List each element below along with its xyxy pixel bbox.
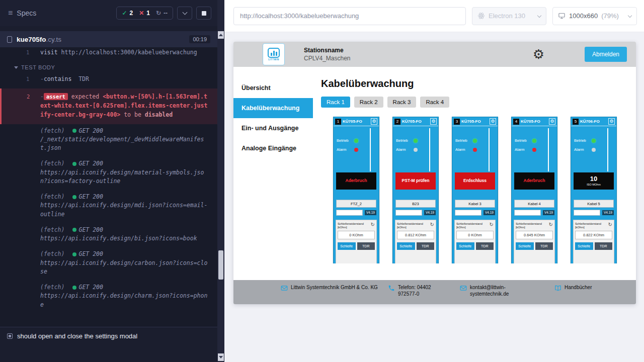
logo-mark: [268, 48, 280, 58]
card-number-badge: 4: [513, 119, 519, 125]
fetch-log-entry[interactable]: (fetch)GET 200 https://api.iconify.desig…: [0, 247, 217, 277]
sidebar-item-uebersicht[interactable]: Übersicht: [233, 78, 313, 98]
stat-pending: ↻--: [156, 10, 168, 17]
gear-icon[interactable]: ⚙: [490, 118, 496, 125]
run-stats: ✓2 ✕1 ↻--: [116, 7, 211, 20]
status-display: Aderbruch: [514, 172, 554, 190]
settings-gear-icon[interactable]: ⚙: [533, 48, 544, 61]
spec-timer: 00:19: [189, 35, 210, 43]
card-number-badge: 3: [454, 119, 460, 125]
resistance-label: Schleifenwiderstand [kOhm]: [575, 222, 604, 229]
url-input[interactable]: http://localhost:3000/kabelueberwachung: [233, 7, 466, 25]
alarm-led: [354, 148, 358, 152]
test-icon: [7, 333, 13, 339]
tab-rack-1[interactable]: Rack 1: [321, 97, 350, 108]
footer-phone[interactable]: Telefon: 04402 972577-0: [388, 284, 451, 297]
tab-rack-3[interactable]: Rack 3: [387, 97, 417, 108]
runner-scrollbar[interactable]: [217, 0, 224, 362]
tdr-button[interactable]: TDR: [417, 242, 435, 250]
sidebar-item-analoge-eingaenge[interactable]: Analoge Eingänge: [233, 138, 313, 158]
app-preview: LITTWIN Stationsname CPLV4_Maschen ⚙ Abm…: [233, 42, 636, 304]
spec-header[interactable]: kue705fo.cy.ts 00:19: [0, 31, 217, 47]
schleife-button[interactable]: Schleife: [575, 242, 593, 250]
command-log: 1 visit http://localhost:3000/kabelueber…: [0, 47, 217, 327]
version-badge: V4.19: [484, 210, 495, 216]
logout-button[interactable]: Abmelden: [585, 47, 627, 62]
app-footer: Littwin Systemtechnik GmbH & Co. KG Tele…: [233, 280, 636, 304]
device-card: 4 KÜ705-FO ⚙ Betrieb Alarm Aderbruch Kab…: [511, 117, 557, 263]
rack-tabs: Rack 1 Rack 2 Rack 3 Rack 4: [321, 97, 636, 108]
card-header: 2 KÜ705-FO ⚙: [393, 117, 438, 126]
sidebar-item-kabelueberwachung[interactable]: Kabelüberwachung: [233, 98, 313, 118]
schleife-button[interactable]: Schleife: [456, 242, 474, 250]
command-assert-failed[interactable]: 2 -assert expected <button.w-[50%].h-[1.…: [0, 88, 217, 124]
viewport-selector[interactable]: 1000x660 (79%): [552, 7, 637, 25]
gear-icon[interactable]: ⚙: [549, 118, 555, 125]
scroll-up-arrow[interactable]: [218, 31, 224, 39]
betrieb-led: [592, 139, 596, 143]
stat-failed: ✕1: [139, 10, 150, 17]
tab-rack-2[interactable]: Rack 2: [354, 97, 383, 108]
footer-email[interactable]: kontakt@littwin-systemtechnik.de: [460, 284, 525, 297]
resistance-value: 0.645 KOhm: [516, 231, 553, 239]
assert-badge: assert: [44, 93, 68, 100]
refresh-icon[interactable]: ↻: [490, 222, 494, 227]
tdr-button[interactable]: TDR: [357, 242, 375, 250]
command-contains[interactable]: 1 -contains TDR: [0, 73, 217, 85]
resistance-value: 0 KOhm: [456, 231, 494, 239]
collapse-button[interactable]: [177, 7, 192, 20]
sidebar-item-ein-und-ausgaenge[interactable]: Ein- und Ausgänge: [233, 118, 313, 138]
app-sidebar: Übersicht Kabelüberwachung Ein- und Ausg…: [233, 67, 313, 280]
card-model-label: KÜ706-FO: [580, 119, 607, 124]
fetch-log-entry[interactable]: (fetch)GET 200 /_next/static/development…: [0, 124, 217, 154]
section-test-body[interactable]: TEST BODY: [0, 58, 217, 73]
betrieb-label: Betrieb: [574, 138, 589, 143]
card-header: 5 KÜ706-FO ⚙: [571, 117, 616, 126]
led-panel: Betrieb Alarm: [512, 126, 557, 172]
alarm-label: Alarm: [515, 147, 530, 152]
command-visit[interactable]: 1 visit http://localhost:3000/kabelueber…: [0, 47, 217, 58]
gear-icon[interactable]: ⚙: [430, 118, 437, 125]
version-row: V4.19: [574, 210, 614, 216]
scrollbar-thumb[interactable]: [218, 250, 223, 280]
next-test-title[interactable]: should open and close the settings modal: [0, 327, 217, 345]
browser-selector[interactable]: Electron 130: [472, 7, 546, 25]
stop-button[interactable]: [196, 7, 211, 20]
gear-icon[interactable]: ⚙: [371, 118, 377, 125]
betrieb-label: Betrieb: [515, 138, 530, 143]
betrieb-led: [473, 139, 477, 143]
refresh-icon[interactable]: ↻: [430, 222, 434, 227]
app-body: Übersicht Kabelüberwachung Ein- und Ausg…: [233, 67, 636, 280]
tdr-button[interactable]: TDR: [595, 242, 613, 250]
tdr-button[interactable]: TDR: [476, 242, 494, 250]
refresh-icon[interactable]: ↻: [549, 222, 553, 227]
refresh-icon[interactable]: ↻: [371, 222, 375, 227]
schleife-button[interactable]: Schleife: [516, 242, 534, 250]
alarm-label: Alarm: [455, 147, 470, 152]
fetch-log-entry[interactable]: (fetch)GET 200 https://api.iconify.desig…: [0, 281, 217, 310]
card-number-badge: 1: [335, 119, 341, 125]
viewport-icon: [558, 12, 566, 20]
fetch-log-entry[interactable]: (fetch)GET 200 https://api.iconify.desig…: [0, 190, 217, 220]
stage: http://localhost:3000/kabelueberwachung …: [224, 0, 644, 362]
status-dot: [72, 195, 76, 199]
scroll-down-arrow[interactable]: [218, 353, 224, 361]
fetch-log-entry[interactable]: (fetch)GET 200 https://api.iconify.desig…: [0, 157, 217, 187]
tdr-button[interactable]: TDR: [535, 242, 553, 250]
tab-rack-4[interactable]: Rack 4: [420, 97, 449, 108]
email-icon: [281, 285, 288, 292]
led-panel: Betrieb Alarm: [334, 126, 379, 172]
status-dot: [72, 286, 76, 290]
schleife-button[interactable]: Schleife: [397, 242, 415, 250]
specs-menu-button[interactable]: ≡ Specs: [8, 9, 36, 18]
version-badge: V4.19: [543, 210, 554, 216]
refresh-icon[interactable]: ↻: [608, 222, 612, 227]
electron-icon: [477, 12, 485, 20]
fetch-log-entry[interactable]: (fetch)GET 200 https://api.iconify.desig…: [0, 223, 217, 244]
version-row: V4.19: [514, 210, 554, 216]
footer-manuals-link[interactable]: Handbücher: [554, 284, 592, 292]
chevron-down-icon: [182, 10, 187, 15]
card-header: 3 KÜ705-FO ⚙: [452, 117, 498, 126]
schleife-button[interactable]: Schleife: [338, 242, 356, 250]
gear-icon[interactable]: ⚙: [608, 118, 615, 125]
